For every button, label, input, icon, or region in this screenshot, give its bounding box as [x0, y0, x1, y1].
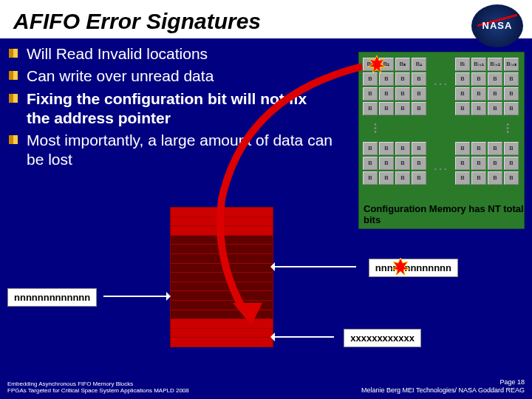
- chip-cell: B₄: [412, 58, 426, 71]
- chip-cell: B: [471, 171, 486, 185]
- config-memory-diagram: B₁B₂B₃B₄ BBBB BBBB BBBB BᵢBᵢ₊₁Bᵢ₊₂Bᵢ₊₃ B…: [358, 52, 525, 229]
- chip-cell: B: [412, 87, 426, 100]
- chip-cell: B: [363, 157, 378, 170]
- chip-block-br: BBBB BBBB BBBB: [454, 141, 521, 185]
- chip-cell: B: [379, 72, 394, 86]
- chip-cell: B: [379, 171, 394, 185]
- chip-cell: B: [488, 87, 502, 100]
- nasa-logo: [471, 4, 523, 47]
- chip-block-bl: BBBB BBBB BBBB: [362, 141, 429, 185]
- chip-cell: B: [471, 157, 486, 170]
- bullet-item: Can write over unread data: [9, 66, 334, 86]
- ellipsis-icon: •••: [374, 123, 377, 134]
- chip-cell: B: [379, 157, 394, 170]
- chip-cell: B: [412, 102, 426, 115]
- svg-rect-5: [13, 94, 18, 103]
- arrow-icon: [275, 266, 356, 267]
- chip-cell: B: [363, 87, 378, 100]
- chip-cell: B: [412, 157, 426, 170]
- chip-block-tr: BᵢBᵢ₊₁Bᵢ₊₂Bᵢ₊₃ BBBB BBBB BBBB: [454, 57, 521, 116]
- fifo-memory-block: [170, 207, 273, 347]
- chip-cell: B: [395, 87, 410, 100]
- starburst-icon: [392, 258, 409, 276]
- svg-marker-10: [392, 258, 409, 276]
- chip-cell: B: [504, 171, 519, 185]
- chip-cell: B: [504, 102, 519, 115]
- ellipsis-icon: ⋯: [433, 160, 449, 177]
- bullet-text: Can write over unread data: [27, 66, 214, 86]
- bullet-text: Most importantly, a large amount of data…: [27, 131, 334, 170]
- chip-cell: B: [455, 72, 470, 86]
- wrptr-label: xxxxxxxxxxxx: [344, 329, 421, 347]
- chip-cell: B: [488, 171, 502, 185]
- chip-cell: B: [504, 72, 519, 86]
- footer-right: Page 18 Melanie Berg MEI Technologies/ N…: [361, 378, 525, 395]
- footer-left: Embedding Asynchronous FIFO Memory Block…: [7, 381, 189, 395]
- ellipsis-icon: ⋯: [433, 75, 449, 92]
- chip-cell: Bᵢ: [455, 58, 470, 71]
- chip-cell: Bᵢ₊₂: [488, 58, 502, 71]
- rdptr-actual-label: nnnnnnnnnnnnn: [7, 288, 97, 307]
- arrow-icon: [103, 296, 166, 297]
- chip-cell: B: [488, 157, 502, 170]
- chip-cell: B: [488, 72, 502, 86]
- ellipsis-icon: •••: [506, 123, 509, 134]
- chip-cell: B: [379, 142, 394, 155]
- chip-cell: B: [395, 157, 410, 170]
- bullet-icon: [9, 49, 18, 58]
- chip-cell: B: [471, 142, 486, 155]
- bullet-item: Most importantly, a large amount of data…: [9, 131, 334, 170]
- chip-cell: B: [455, 171, 470, 185]
- bullet-item: Fixing the configuration bit will not fi…: [9, 89, 334, 129]
- chip-cell: B: [363, 171, 378, 185]
- starburst-icon: [368, 55, 386, 73]
- chip-cell: B: [379, 102, 394, 115]
- chip-cell: B: [395, 102, 410, 115]
- chip-cell: Bᵢ₊₃: [504, 58, 519, 71]
- config-caption: Configuration Memory has NT total bits: [364, 203, 524, 225]
- chip-cell: B: [395, 171, 410, 185]
- bullet-icon: [9, 135, 18, 144]
- chip-cell: B: [412, 171, 426, 185]
- bullet-icon: [9, 94, 18, 103]
- chip-cell: B: [488, 142, 502, 155]
- chip-cell: B: [395, 142, 410, 155]
- chip-cell: B: [363, 142, 378, 155]
- bullet-icon: [9, 71, 18, 80]
- bullet-text: Fixing the configuration bit will not fi…: [27, 89, 334, 129]
- chip-cell: B: [455, 157, 470, 170]
- chip-cell: B: [504, 87, 519, 100]
- bullet-item: Will Read Invalid locations: [9, 44, 334, 64]
- chip-cell: B: [455, 102, 470, 115]
- chip-cell: B: [363, 102, 378, 115]
- label-text: nnnnnnnnnnnnn: [375, 262, 451, 273]
- chip-cell: B₃: [395, 58, 410, 71]
- chip-cell: B: [395, 72, 410, 86]
- chip-cell: B: [363, 72, 378, 86]
- arrow-icon: [275, 336, 334, 338]
- page-number: Page 18: [361, 378, 525, 386]
- chip-cell: B: [471, 102, 486, 115]
- footer-text: Melanie Berg MEI Technologies/ NASA Godd…: [361, 386, 525, 395]
- svg-marker-9: [368, 55, 386, 73]
- bullet-list: Will Read Invalid locations Can write ov…: [9, 44, 334, 173]
- footer-text: Embedding Asynchronous FIFO Memory Block…: [7, 381, 189, 388]
- footer-text: FPGAs Targeted for Critical Space System…: [7, 387, 189, 395]
- svg-rect-7: [13, 135, 18, 144]
- chip-cell: B: [379, 87, 394, 100]
- svg-rect-3: [13, 71, 18, 80]
- slide-title: AFIFO Error Signatures: [9, 7, 265, 35]
- bullet-text: Will Read Invalid locations: [27, 44, 208, 64]
- chip-cell: B: [471, 87, 486, 100]
- chip-cell: B: [504, 157, 519, 170]
- chip-cell: B: [412, 142, 426, 155]
- rdptr-expected-label: nnnnnnnnnnnnn: [369, 259, 458, 277]
- chip-cell: Bᵢ₊₁: [471, 58, 486, 71]
- chip-cell: B: [488, 102, 502, 115]
- chip-cell: B: [455, 142, 470, 155]
- chip-cell: B: [455, 87, 470, 100]
- svg-rect-1: [13, 49, 18, 58]
- chip-cell: B: [412, 72, 426, 86]
- chip-cell: B: [504, 142, 519, 155]
- chip-cell: B: [471, 72, 486, 86]
